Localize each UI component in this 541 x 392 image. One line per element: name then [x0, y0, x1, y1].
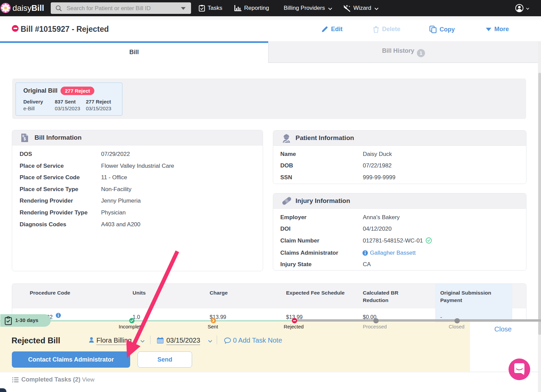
- svg-text:$: $: [24, 137, 26, 141]
